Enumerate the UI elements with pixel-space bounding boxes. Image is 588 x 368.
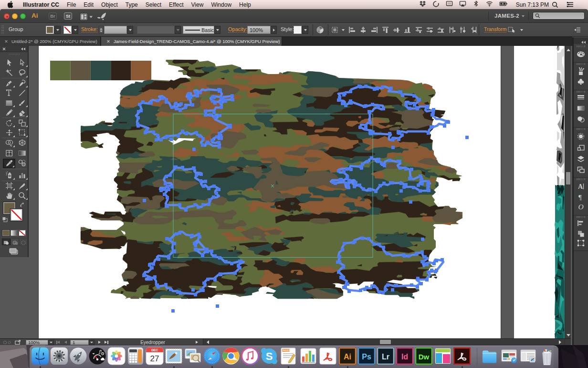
panel-paragraph[interactable]: ¶ bbox=[574, 192, 588, 202]
dock-preview[interactable] bbox=[184, 347, 202, 365]
profile-caret[interactable] bbox=[175, 26, 181, 34]
menu-edit[interactable]: Edit bbox=[84, 1, 94, 8]
dock-adobe-color[interactable] bbox=[434, 347, 452, 365]
dock-mail[interactable] bbox=[165, 347, 183, 365]
scroll-left-arrow-icon[interactable] bbox=[207, 340, 209, 344]
battery-icon[interactable] bbox=[499, 0, 508, 7]
panel-grip[interactable] bbox=[577, 216, 585, 218]
color-mode-button[interactable] bbox=[2, 230, 10, 236]
panel-character[interactable]: A bbox=[574, 182, 588, 191]
distribute-right-icon[interactable] bbox=[471, 27, 477, 33]
menu-app-name[interactable]: Illustrator CC bbox=[23, 1, 59, 8]
canvas-area[interactable] bbox=[0, 46, 572, 338]
tool-direct-selection[interactable] bbox=[16, 58, 28, 67]
first-artboard-icon[interactable] bbox=[57, 341, 60, 344]
tool-paintbrush[interactable] bbox=[16, 98, 28, 108]
status-expand-icon[interactable] bbox=[196, 341, 198, 344]
menu-object[interactable]: Object bbox=[101, 1, 118, 8]
panel-graphic-styles[interactable] bbox=[574, 143, 588, 152]
vertical-scroll-thumb[interactable] bbox=[566, 172, 570, 184]
status-tool-name[interactable]: Eyedropper bbox=[115, 340, 191, 345]
panel-appearance[interactable] bbox=[574, 131, 588, 141]
tool-width[interactable] bbox=[3, 128, 15, 138]
align-left-icon[interactable] bbox=[349, 27, 356, 33]
select-similar-caret[interactable] bbox=[340, 26, 346, 34]
panel-grip[interactable] bbox=[577, 45, 585, 47]
dock-trash[interactable] bbox=[538, 347, 556, 365]
panel-gradient[interactable] bbox=[574, 103, 588, 113]
dock-lightroom[interactable]: Lr bbox=[377, 347, 395, 365]
scroll-right-arrow-icon[interactable] bbox=[559, 340, 561, 344]
tab1-close-icon[interactable]: ✕ bbox=[4, 39, 8, 44]
gpu-performance-icon[interactable] bbox=[97, 12, 107, 20]
last-artboard-icon[interactable] bbox=[105, 341, 107, 344]
dock-numbers[interactable] bbox=[299, 347, 317, 365]
tool-selection[interactable] bbox=[3, 58, 15, 67]
dock-documents-folder[interactable] bbox=[481, 347, 499, 365]
next-artboard-icon[interactable] bbox=[98, 341, 101, 344]
align-right-icon[interactable] bbox=[371, 27, 378, 33]
tool-lasso[interactable] bbox=[16, 68, 28, 78]
menu-view[interactable]: View bbox=[191, 1, 204, 8]
align-to-icon[interactable] bbox=[508, 26, 516, 33]
stepper-up-icon[interactable] bbox=[100, 28, 103, 30]
panel-opentype[interactable]: O bbox=[574, 202, 588, 212]
bridge-button[interactable]: Br bbox=[49, 12, 57, 20]
panel-pathfinder[interactable] bbox=[574, 228, 588, 238]
swap-fill-stroke-icon[interactable] bbox=[20, 202, 25, 207]
stroke-width-field[interactable] bbox=[104, 26, 127, 34]
panel-artboards[interactable] bbox=[574, 165, 588, 174]
spotlight-icon[interactable] bbox=[552, 1, 558, 8]
document-layout-button[interactable] bbox=[80, 13, 93, 21]
dock-acrobat-pro[interactable] bbox=[453, 347, 471, 365]
dock-dreamweaver[interactable]: Dw bbox=[415, 347, 433, 365]
tool-slice[interactable] bbox=[16, 181, 28, 191]
dock-acrobat-reader[interactable] bbox=[319, 347, 337, 365]
tool-curvature[interactable] bbox=[16, 78, 28, 88]
tool-shape-builder[interactable] bbox=[3, 138, 15, 148]
panel-layers[interactable] bbox=[574, 154, 588, 163]
apple-menu-icon[interactable] bbox=[8, 1, 14, 8]
prev-artboard-icon[interactable] bbox=[64, 341, 67, 344]
stroke-color-well[interactable] bbox=[10, 208, 23, 221]
horizontal-scrollbar[interactable] bbox=[203, 339, 565, 345]
tool-magic-wand[interactable] bbox=[3, 68, 15, 78]
style-swatch[interactable] bbox=[294, 26, 302, 34]
menu-select[interactable]: Select bbox=[146, 1, 161, 8]
panel-symbols[interactable] bbox=[574, 77, 588, 87]
transform-panel-link[interactable]: Transform bbox=[484, 26, 506, 32]
stroke-width-caret[interactable] bbox=[127, 26, 133, 34]
screen-mode-button[interactable] bbox=[9, 248, 20, 255]
menu-window[interactable]: Window bbox=[211, 1, 231, 8]
tool-line-segment[interactable] bbox=[16, 88, 28, 98]
none-mode-button[interactable] bbox=[19, 230, 26, 236]
airplay-icon[interactable] bbox=[459, 0, 466, 7]
tab2-close-icon[interactable]: ✕ bbox=[106, 39, 110, 44]
controlbar-grip[interactable] bbox=[1, 25, 2, 34]
recolor-artwork-icon[interactable] bbox=[316, 26, 324, 34]
search-field[interactable] bbox=[533, 12, 585, 20]
distribute-vcenter-icon[interactable] bbox=[427, 27, 433, 33]
creative-cloud-icon[interactable] bbox=[432, 0, 440, 7]
dock-launchpad[interactable] bbox=[69, 347, 87, 365]
dock-pages[interactable]: PAGES bbox=[279, 347, 297, 365]
distribute-left-icon[interactable] bbox=[449, 27, 456, 33]
zoom-level-field[interactable]: 100% bbox=[26, 340, 48, 345]
notification-center-icon[interactable] bbox=[567, 1, 574, 8]
close-button[interactable] bbox=[4, 13, 10, 19]
panel-grip[interactable] bbox=[577, 178, 585, 180]
dock-dashboard[interactable] bbox=[88, 347, 106, 365]
fill-swatch[interactable] bbox=[46, 26, 54, 34]
scroll-down-arrow-icon[interactable] bbox=[567, 334, 570, 336]
stepper-down-icon[interactable] bbox=[100, 31, 103, 32]
align-vcenter-icon[interactable] bbox=[393, 27, 400, 33]
tool-artboard[interactable] bbox=[3, 181, 15, 191]
minimize-button[interactable] bbox=[12, 13, 18, 19]
dock-chrome[interactable] bbox=[222, 347, 240, 365]
dock-calculator[interactable] bbox=[126, 347, 145, 365]
tool-pencil[interactable] bbox=[3, 108, 15, 118]
tab-untitled-2[interactable]: ✕Untitled-2* @ 200% (CMYK/GPU Preview) bbox=[0, 37, 101, 46]
dock-photos[interactable] bbox=[107, 347, 126, 365]
artboard-number-field[interactable]: 1 bbox=[70, 340, 89, 345]
scroll-up-arrow-icon[interactable] bbox=[567, 49, 570, 51]
